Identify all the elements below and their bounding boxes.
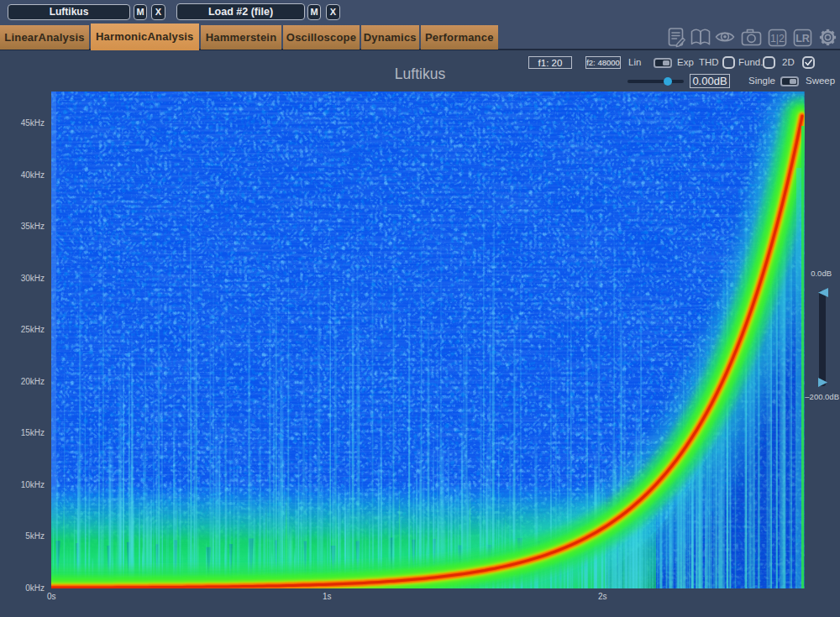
svg-text:LR: LR bbox=[795, 33, 810, 44]
svg-text:1|2: 1|2 bbox=[770, 33, 785, 44]
